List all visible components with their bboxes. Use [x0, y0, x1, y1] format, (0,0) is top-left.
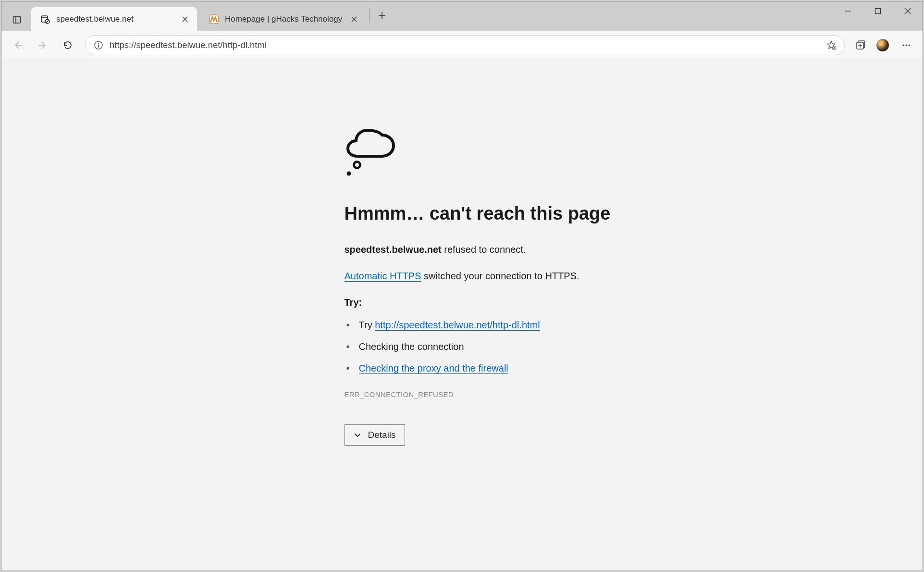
thought-cloud-icon: [345, 126, 647, 179]
svg-rect-0: [13, 16, 21, 23]
svg-point-28: [908, 44, 910, 46]
more-horizontal-icon: [901, 40, 911, 50]
url-input[interactable]: [110, 36, 816, 55]
maximize-icon: [875, 8, 881, 14]
svg-point-26: [902, 44, 904, 46]
window-controls: [833, 1, 923, 21]
tab-actions-button[interactable]: [5, 8, 28, 31]
http-fallback-link[interactable]: http://speedtest.belwue.net/http-dl.html: [375, 320, 540, 331]
details-button[interactable]: Details: [345, 424, 405, 446]
ghacks-favicon: [209, 14, 219, 25]
arrow-right-icon: [37, 40, 48, 50]
minimize-icon: [845, 8, 851, 14]
try-list: Try http://speedtest.belwue.net/http-dl.…: [345, 320, 647, 374]
tab-actions-icon: [12, 15, 22, 25]
tab-title: Homepage | gHacks Technology: [225, 14, 342, 24]
minimize-button[interactable]: [833, 1, 863, 21]
browser-window: speedtest.belwue.net Homepage | gHacks T…: [1, 1, 923, 571]
error-heading: Hmmm… can't reach this page: [345, 203, 647, 224]
try-item-proxy: Checking the proxy and the firewall: [345, 363, 647, 374]
blocked-site-icon: [40, 14, 50, 25]
collections-button[interactable]: [850, 36, 871, 54]
site-info-button[interactable]: [92, 39, 105, 51]
favorite-button[interactable]: [821, 36, 841, 54]
svg-point-27: [905, 44, 907, 46]
try-heading: Try:: [345, 297, 647, 308]
maximize-button[interactable]: [863, 1, 893, 21]
collections-icon: [855, 40, 866, 50]
svg-point-18: [98, 43, 99, 44]
error-refused-suffix: refused to connect.: [442, 244, 526, 255]
close-icon: [182, 16, 188, 23]
titlebar: speedtest.belwue.net Homepage | gHacks T…: [1, 1, 923, 31]
profile-button[interactable]: [873, 36, 893, 54]
error-autohttps-line: Automatic HTTPS switched your connection…: [345, 271, 647, 282]
toolbar: [1, 31, 923, 59]
star-add-icon: [826, 40, 837, 50]
error-autohttps-suffix: switched your connection to HTTPS.: [421, 271, 579, 281]
back-button[interactable]: [6, 35, 29, 56]
refresh-button[interactable]: [56, 35, 79, 56]
info-icon: [94, 40, 103, 50]
refresh-icon: [62, 40, 73, 50]
automatic-https-link[interactable]: Automatic HTTPS: [345, 271, 421, 282]
error-refused-line: speedtest.belwue.net refused to connect.: [345, 244, 647, 255]
forward-button[interactable]: [31, 35, 54, 56]
avatar: [876, 39, 889, 51]
tab-inactive[interactable]: Homepage | gHacks Technology: [200, 7, 366, 31]
plus-icon: [378, 11, 386, 20]
arrow-left-icon: [12, 40, 23, 50]
app-menu-button[interactable]: [895, 35, 918, 56]
try-item-connection: Checking the connection: [345, 341, 647, 352]
svg-point-29: [354, 162, 360, 168]
svg-rect-14: [875, 9, 881, 14]
close-icon: [904, 7, 912, 15]
tab-strip: speedtest.belwue.net Homepage | gHacks T…: [1, 1, 833, 31]
error-page: Hmmm… can't reach this page speedtest.be…: [277, 126, 647, 446]
try-prefix: Try: [359, 320, 375, 330]
tab-separator: [369, 8, 370, 22]
svg-point-30: [346, 172, 351, 176]
tab-close-button[interactable]: [348, 13, 360, 25]
tab-title: speedtest.belwue.net: [56, 14, 173, 24]
try-item-http: Try http://speedtest.belwue.net/http-dl.…: [345, 320, 647, 331]
proxy-firewall-link[interactable]: Checking the proxy and the firewall: [359, 363, 508, 374]
tab-close-button[interactable]: [179, 13, 191, 25]
details-label: Details: [368, 430, 396, 440]
close-icon: [351, 16, 357, 23]
tab-active[interactable]: speedtest.belwue.net: [31, 7, 197, 31]
chevron-down-icon: [354, 431, 361, 439]
error-code: ERR_CONNECTION_REFUSED: [345, 390, 647, 398]
close-window-button[interactable]: [893, 1, 923, 21]
address-bar[interactable]: [85, 35, 845, 55]
new-tab-button[interactable]: [372, 6, 392, 25]
page-content: Hmmm… can't reach this page speedtest.be…: [1, 59, 923, 571]
error-host: speedtest.belwue.net: [345, 244, 442, 255]
